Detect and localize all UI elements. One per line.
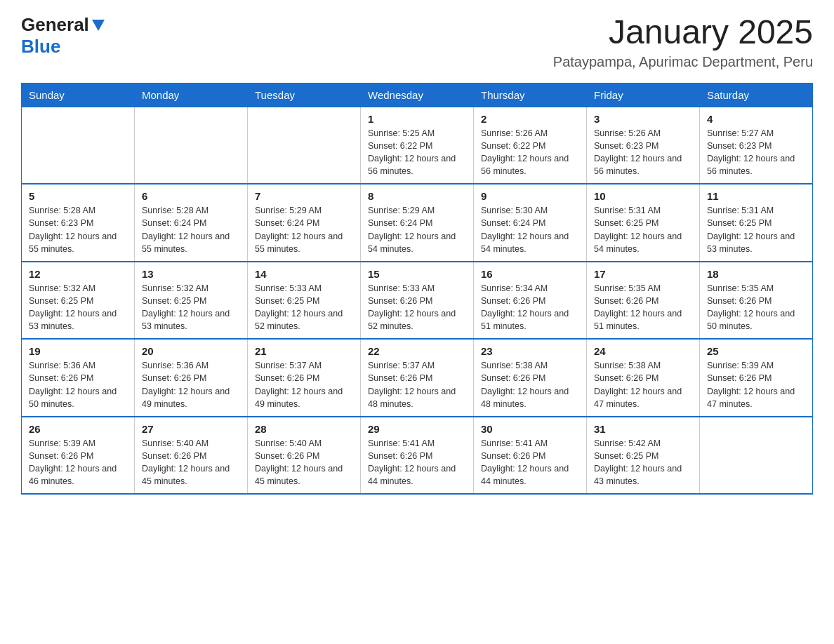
calendar-cell: [22, 107, 135, 184]
day-info: Sunrise: 5:26 AMSunset: 6:22 PMDaylight:…: [481, 127, 579, 178]
calendar-cell: 14Sunrise: 5:33 AMSunset: 6:25 PMDayligh…: [248, 262, 361, 340]
col-monday: Monday: [135, 83, 248, 107]
col-sunday: Sunday: [22, 83, 135, 107]
calendar-cell: 21Sunrise: 5:37 AMSunset: 6:26 PMDayligh…: [248, 339, 361, 417]
day-info: Sunrise: 5:36 AMSunset: 6:26 PMDaylight:…: [142, 359, 240, 410]
calendar-cell: 30Sunrise: 5:41 AMSunset: 6:26 PMDayligh…: [474, 417, 587, 495]
calendar-cell: 1Sunrise: 5:25 AMSunset: 6:22 PMDaylight…: [361, 107, 474, 184]
calendar-cell: 12Sunrise: 5:32 AMSunset: 6:25 PMDayligh…: [22, 262, 135, 340]
day-info: Sunrise: 5:37 AMSunset: 6:26 PMDaylight:…: [368, 359, 466, 410]
day-number: 3: [594, 113, 692, 125]
calendar-cell: 5Sunrise: 5:28 AMSunset: 6:23 PMDaylight…: [22, 184, 135, 262]
calendar-week-row: 1Sunrise: 5:25 AMSunset: 6:22 PMDaylight…: [22, 107, 813, 184]
day-info: Sunrise: 5:35 AMSunset: 6:26 PMDaylight:…: [707, 282, 805, 333]
day-info: Sunrise: 5:34 AMSunset: 6:26 PMDaylight:…: [481, 282, 579, 333]
calendar-cell: 20Sunrise: 5:36 AMSunset: 6:26 PMDayligh…: [135, 339, 248, 417]
day-number: 21: [255, 345, 353, 357]
day-info: Sunrise: 5:39 AMSunset: 6:26 PMDaylight:…: [707, 359, 805, 410]
day-info: Sunrise: 5:36 AMSunset: 6:26 PMDaylight:…: [29, 359, 127, 410]
day-info: Sunrise: 5:28 AMSunset: 6:23 PMDaylight:…: [29, 204, 127, 255]
logo: General Blue: [21, 14, 105, 58]
day-number: 30: [481, 423, 579, 435]
day-info: Sunrise: 5:41 AMSunset: 6:26 PMDaylight:…: [481, 437, 579, 488]
calendar-cell: 23Sunrise: 5:38 AMSunset: 6:26 PMDayligh…: [474, 339, 587, 417]
day-info: Sunrise: 5:39 AMSunset: 6:26 PMDaylight:…: [29, 437, 127, 488]
calendar-cell: [700, 417, 813, 495]
calendar-cell: 7Sunrise: 5:29 AMSunset: 6:24 PMDaylight…: [248, 184, 361, 262]
calendar-week-row: 26Sunrise: 5:39 AMSunset: 6:26 PMDayligh…: [22, 417, 813, 495]
logo-general: General: [21, 14, 89, 36]
day-number: 4: [707, 113, 805, 125]
calendar-cell: 9Sunrise: 5:30 AMSunset: 6:24 PMDaylight…: [474, 184, 587, 262]
day-info: Sunrise: 5:26 AMSunset: 6:23 PMDaylight:…: [594, 127, 692, 178]
day-number: 22: [368, 345, 466, 357]
calendar-cell: 8Sunrise: 5:29 AMSunset: 6:24 PMDaylight…: [361, 184, 474, 262]
day-number: 13: [142, 268, 240, 280]
calendar-cell: 13Sunrise: 5:32 AMSunset: 6:25 PMDayligh…: [135, 262, 248, 340]
calendar-header-row: Sunday Monday Tuesday Wednesday Thursday…: [22, 83, 813, 107]
day-number: 9: [481, 190, 579, 202]
day-number: 2: [481, 113, 579, 125]
day-number: 14: [255, 268, 353, 280]
calendar-cell: 2Sunrise: 5:26 AMSunset: 6:22 PMDaylight…: [474, 107, 587, 184]
day-info: Sunrise: 5:29 AMSunset: 6:24 PMDaylight:…: [368, 204, 466, 255]
calendar-cell: 10Sunrise: 5:31 AMSunset: 6:25 PMDayligh…: [587, 184, 700, 262]
day-info: Sunrise: 5:32 AMSunset: 6:25 PMDaylight:…: [29, 282, 127, 333]
day-info: Sunrise: 5:33 AMSunset: 6:26 PMDaylight:…: [368, 282, 466, 333]
day-info: Sunrise: 5:41 AMSunset: 6:26 PMDaylight:…: [368, 437, 466, 488]
day-number: 23: [481, 345, 579, 357]
day-number: 29: [368, 423, 466, 435]
day-info: Sunrise: 5:25 AMSunset: 6:22 PMDaylight:…: [368, 127, 466, 178]
day-number: 19: [29, 345, 127, 357]
calendar-cell: [135, 107, 248, 184]
col-saturday: Saturday: [700, 83, 813, 107]
day-number: 20: [142, 345, 240, 357]
day-number: 27: [142, 423, 240, 435]
calendar-subtitle: Pataypampa, Apurimac Department, Peru: [553, 54, 813, 70]
day-info: Sunrise: 5:31 AMSunset: 6:25 PMDaylight:…: [594, 204, 692, 255]
calendar-week-row: 12Sunrise: 5:32 AMSunset: 6:25 PMDayligh…: [22, 262, 813, 340]
col-wednesday: Wednesday: [361, 83, 474, 107]
calendar-week-row: 19Sunrise: 5:36 AMSunset: 6:26 PMDayligh…: [22, 339, 813, 417]
col-thursday: Thursday: [474, 83, 587, 107]
logo-blue: Blue: [21, 36, 60, 57]
day-number: 8: [368, 190, 466, 202]
calendar-cell: 26Sunrise: 5:39 AMSunset: 6:26 PMDayligh…: [22, 417, 135, 495]
day-info: Sunrise: 5:33 AMSunset: 6:25 PMDaylight:…: [255, 282, 353, 333]
calendar-cell: 15Sunrise: 5:33 AMSunset: 6:26 PMDayligh…: [361, 262, 474, 340]
calendar-cell: 27Sunrise: 5:40 AMSunset: 6:26 PMDayligh…: [135, 417, 248, 495]
day-info: Sunrise: 5:32 AMSunset: 6:25 PMDaylight:…: [142, 282, 240, 333]
calendar-cell: 19Sunrise: 5:36 AMSunset: 6:26 PMDayligh…: [22, 339, 135, 417]
calendar-table: Sunday Monday Tuesday Wednesday Thursday…: [21, 83, 813, 495]
calendar-cell: 25Sunrise: 5:39 AMSunset: 6:26 PMDayligh…: [700, 339, 813, 417]
day-info: Sunrise: 5:42 AMSunset: 6:25 PMDaylight:…: [594, 437, 692, 488]
calendar-cell: 18Sunrise: 5:35 AMSunset: 6:26 PMDayligh…: [700, 262, 813, 340]
logo-triangle-icon: [92, 20, 105, 31]
calendar-cell: 29Sunrise: 5:41 AMSunset: 6:26 PMDayligh…: [361, 417, 474, 495]
day-info: Sunrise: 5:40 AMSunset: 6:26 PMDaylight:…: [142, 437, 240, 488]
calendar-cell: 16Sunrise: 5:34 AMSunset: 6:26 PMDayligh…: [474, 262, 587, 340]
calendar-cell: 11Sunrise: 5:31 AMSunset: 6:25 PMDayligh…: [700, 184, 813, 262]
page-header: General Blue January 2025 Pataypampa, Ap…: [21, 14, 813, 70]
day-info: Sunrise: 5:38 AMSunset: 6:26 PMDaylight:…: [594, 359, 692, 410]
calendar-cell: 17Sunrise: 5:35 AMSunset: 6:26 PMDayligh…: [587, 262, 700, 340]
calendar-cell: 22Sunrise: 5:37 AMSunset: 6:26 PMDayligh…: [361, 339, 474, 417]
day-number: 28: [255, 423, 353, 435]
title-block: January 2025 Pataypampa, Apurimac Depart…: [553, 14, 813, 70]
calendar-cell: 4Sunrise: 5:27 AMSunset: 6:23 PMDaylight…: [700, 107, 813, 184]
calendar-cell: 31Sunrise: 5:42 AMSunset: 6:25 PMDayligh…: [587, 417, 700, 495]
col-friday: Friday: [587, 83, 700, 107]
calendar-cell: [248, 107, 361, 184]
day-number: 25: [707, 345, 805, 357]
day-number: 12: [29, 268, 127, 280]
day-number: 6: [142, 190, 240, 202]
calendar-cell: 28Sunrise: 5:40 AMSunset: 6:26 PMDayligh…: [248, 417, 361, 495]
calendar-cell: 24Sunrise: 5:38 AMSunset: 6:26 PMDayligh…: [587, 339, 700, 417]
day-number: 26: [29, 423, 127, 435]
day-number: 31: [594, 423, 692, 435]
day-info: Sunrise: 5:38 AMSunset: 6:26 PMDaylight:…: [481, 359, 579, 410]
day-number: 16: [481, 268, 579, 280]
day-info: Sunrise: 5:29 AMSunset: 6:24 PMDaylight:…: [255, 204, 353, 255]
day-info: Sunrise: 5:27 AMSunset: 6:23 PMDaylight:…: [707, 127, 805, 178]
day-number: 17: [594, 268, 692, 280]
